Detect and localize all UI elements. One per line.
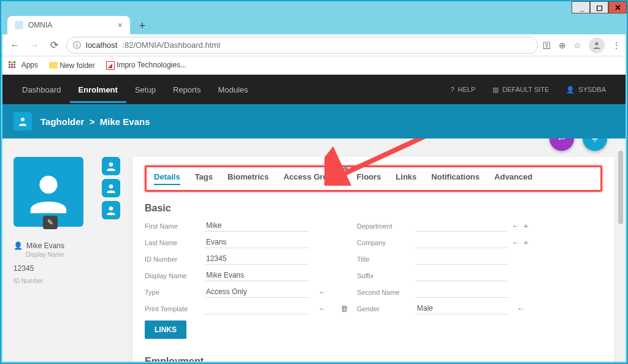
svg-point-2 xyxy=(39,176,57,194)
sidebar-display-name: Mike Evans xyxy=(26,241,64,250)
field-type[interactable]: Access Only xyxy=(205,286,309,298)
nav-site[interactable]: ▥DEFAULT SITE xyxy=(484,86,557,94)
fab-add-button[interactable]: ＋ xyxy=(583,138,607,151)
print-template-pick-icon[interactable]: ← xyxy=(313,304,331,313)
svg-point-5 xyxy=(109,207,113,211)
tab-biometrics[interactable]: Biometrics xyxy=(228,172,269,185)
window-close-button[interactable]: ✕ xyxy=(608,1,627,13)
bookmark-apps-label: Apps xyxy=(21,61,38,69)
breadcrumb-root[interactable]: Tagholder xyxy=(40,116,84,127)
kebab-menu-icon[interactable]: ⋮ xyxy=(612,40,621,50)
bookmark-impro-label: Impro Technologies... xyxy=(117,61,186,69)
browser-tab[interactable]: OMNIA × xyxy=(7,16,130,34)
tab-links[interactable]: Links xyxy=(396,172,416,185)
nav-enrolment[interactable]: Enrolment xyxy=(70,77,126,103)
label-type: Type xyxy=(145,289,201,296)
field-id-number[interactable]: 12345 xyxy=(205,253,309,265)
apps-icon xyxy=(9,61,17,70)
back-button[interactable]: ← xyxy=(7,38,22,53)
site-info-icon[interactable]: ⓘ xyxy=(73,40,81,51)
nav-modules[interactable]: Modules xyxy=(209,77,256,103)
section-employment-title: Employment xyxy=(145,356,602,362)
field-print-template[interactable] xyxy=(205,303,309,314)
nav-reports[interactable]: Reports xyxy=(164,77,210,103)
avatar-thumb-3[interactable] xyxy=(102,201,120,219)
window-minimize-button[interactable]: _ xyxy=(572,1,590,13)
label-last-name: Last Name xyxy=(145,239,201,246)
new-tab-button[interactable]: + xyxy=(134,17,151,34)
company-pick-icon[interactable]: ← ＋ xyxy=(511,237,530,248)
fab-back-button[interactable]: ← xyxy=(550,138,574,151)
page-header: Tagholder > Mike Evans xyxy=(2,104,626,138)
favicon-icon xyxy=(15,21,23,29)
window-controls: _ ◻ ✕ xyxy=(572,1,627,13)
address-toolbar: ← → ⟳ ⓘ localhost:82/OMNIA/Dashboard.htm… xyxy=(2,34,626,56)
nav-site-label: DEFAULT SITE xyxy=(502,86,549,93)
bookmark-apps[interactable]: Apps xyxy=(9,61,38,70)
tab-floors[interactable]: Floors xyxy=(357,172,381,185)
section-basic-title: Basic xyxy=(145,203,602,214)
person-small-icon: 👤 xyxy=(13,241,23,250)
forward-button[interactable]: → xyxy=(27,38,42,53)
type-pick-icon[interactable]: ← xyxy=(313,287,331,297)
field-title[interactable] xyxy=(416,254,508,265)
field-display-name[interactable]: Mike Evans xyxy=(205,270,309,281)
department-pick-icon[interactable]: ← ＋ xyxy=(511,221,530,232)
label-company: Company xyxy=(357,239,412,246)
bookmarks-bar: Apps New folder ◢ Impro Technologies... xyxy=(2,56,626,75)
gender-pick-icon[interactable]: ← xyxy=(511,304,530,313)
browser-chrome: OMNIA × + ← → ⟳ ⓘ localhost:82/OMNIA/Das… xyxy=(2,13,626,362)
profile-avatar-icon[interactable] xyxy=(589,37,605,53)
content-inner: ✎ 👤 Mike Evans Display Name 123 xyxy=(2,138,626,362)
tab-close-icon[interactable]: × xyxy=(118,20,123,30)
field-last-name[interactable]: Evans xyxy=(205,237,309,248)
nav-setup[interactable]: Setup xyxy=(126,77,164,103)
reload-button[interactable]: ⟳ xyxy=(47,38,61,53)
site-icon: ▥ xyxy=(492,86,499,94)
field-company[interactable] xyxy=(416,237,508,248)
label-title: Title xyxy=(357,256,412,263)
links-button[interactable]: LINKS xyxy=(145,320,186,339)
header-person-icon xyxy=(13,112,32,131)
field-second-name[interactable] xyxy=(416,287,508,298)
breadcrumb: Tagholder > Mike Evans xyxy=(40,116,150,127)
tab-tags[interactable]: Tags xyxy=(195,172,213,185)
url-path: :82/OMNIA/Dashboard.html xyxy=(122,40,220,50)
address-bar[interactable]: ⓘ localhost:82/OMNIA/Dashboard.html xyxy=(66,37,538,54)
pencil-icon: ✎ xyxy=(47,218,53,227)
avatar-edit-button[interactable]: ✎ xyxy=(43,216,58,229)
impro-icon: ◢ xyxy=(106,61,115,70)
basic-form: First Name Mike Department ← ＋ Last Name… xyxy=(145,220,602,314)
tab-advanced[interactable]: Advanced xyxy=(494,172,532,185)
field-gender[interactable]: Male xyxy=(416,303,508,314)
breadcrumb-leaf: Mike Evans xyxy=(100,116,150,127)
zoom-icon[interactable]: ⊕ xyxy=(559,40,566,50)
window-titlebar: _ ◻ ✕ xyxy=(1,1,627,13)
nav-user-label: SYSDBA xyxy=(578,86,606,93)
app-viewport: Dashboard Enrolment Setup Reports Module… xyxy=(2,75,626,362)
tab-notifications[interactable]: Notifications xyxy=(431,172,480,185)
avatar-thumb-1[interactable] xyxy=(102,157,120,175)
bookmark-impro[interactable]: ◢ Impro Technologies... xyxy=(106,61,186,70)
star-icon[interactable]: ☆ xyxy=(573,40,581,50)
tab-access-groups-label: Access Groups xyxy=(283,172,342,181)
print-template-delete-icon[interactable]: 🗑 xyxy=(335,304,353,313)
detail-tabs: Details Tags Biometrics Access Groups 1 … xyxy=(145,165,602,192)
label-first-name: First Name xyxy=(145,222,201,230)
field-department[interactable] xyxy=(416,221,508,232)
field-suffix[interactable] xyxy=(416,270,508,281)
bookmark-newfolder[interactable]: New folder xyxy=(49,61,95,70)
window-maximize-button[interactable]: ◻ xyxy=(590,1,608,13)
svg-point-4 xyxy=(109,184,113,189)
tab-access-groups[interactable]: Access Groups 1 xyxy=(283,172,342,185)
folder-icon xyxy=(49,62,58,69)
nav-user[interactable]: 👤SYSDBA xyxy=(557,86,615,94)
help-icon: ? xyxy=(450,86,454,93)
nav-help[interactable]: ?HELP xyxy=(442,86,484,93)
content-area: ← ＋ xyxy=(2,138,626,362)
tab-details[interactable]: Details xyxy=(154,172,180,185)
nav-dashboard[interactable]: Dashboard xyxy=(13,77,70,103)
avatar-thumb-2[interactable] xyxy=(102,179,120,197)
key-icon[interactable]: ⚿ xyxy=(543,40,551,50)
field-first-name[interactable]: Mike xyxy=(205,220,309,232)
